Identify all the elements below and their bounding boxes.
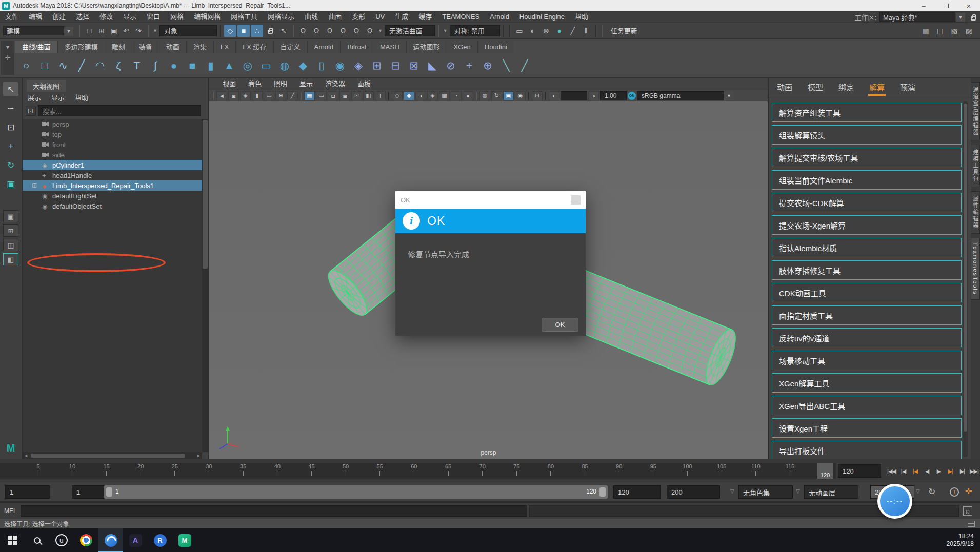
menu-item[interactable]: 曲面 <box>323 11 347 23</box>
scroll-right-icon[interactable]: ► <box>196 453 201 458</box>
tool-button[interactable]: CDK动画工具 <box>772 283 962 302</box>
ipr-render-icon[interactable]: ◐ <box>527 25 539 37</box>
chevron-down-icon[interactable]: ▼ <box>442 28 449 33</box>
safe-action-icon[interactable]: ◧ <box>363 91 374 100</box>
playback-end-field[interactable]: 120 <box>613 485 661 499</box>
tools-tab[interactable]: 动画 <box>776 78 793 95</box>
bookmark-icon[interactable]: ▮ <box>252 91 263 100</box>
smooth-shade-icon[interactable]: ◆ <box>404 91 414 100</box>
play-backwards-button[interactable]: ◀ <box>921 464 933 478</box>
tools-scrollbar[interactable] <box>963 101 968 457</box>
divider[interactable] <box>438 25 439 37</box>
gate-mask-icon[interactable]: ◙ <box>339 91 350 100</box>
toggle-modeling-toolkit-icon[interactable]: ▥ <box>919 25 932 37</box>
redo-icon[interactable]: ↷ <box>132 25 145 37</box>
shelf-tab[interactable]: 自定义 <box>274 41 308 53</box>
dialog-ok-button[interactable]: OK <box>542 318 578 332</box>
ambient-occlusion-icon[interactable]: ◍ <box>479 91 490 100</box>
divider[interactable] <box>595 25 596 37</box>
toggle-attribute-editor-icon[interactable]: ▤ <box>934 25 946 37</box>
divider[interactable] <box>79 25 80 37</box>
app-blue-button[interactable] <box>98 528 123 552</box>
offset-curve-icon[interactable]: ∫ <box>147 56 164 75</box>
highlight-selection-icon[interactable]: ↖ <box>277 25 290 37</box>
viewport-menu-item[interactable]: 视图 <box>216 78 242 90</box>
tool-button[interactable]: 反转uv的v通道 <box>772 328 962 347</box>
outliner-item[interactable]: top <box>23 129 202 139</box>
textured-icon[interactable]: ◈ <box>427 91 438 100</box>
tool-button[interactable]: 组装当前文件Alembic <box>772 170 962 190</box>
menu-item[interactable]: 显示 <box>118 11 142 23</box>
divider[interactable] <box>509 25 510 37</box>
render-settings-icon[interactable]: ⊛ <box>540 25 552 37</box>
shelf-tab[interactable]: XGen <box>447 41 478 53</box>
tools-tab[interactable]: 解算 <box>868 78 886 95</box>
gamma-on-toggle[interactable]: ON <box>628 92 636 100</box>
menu-item[interactable]: 编辑 <box>24 11 47 23</box>
outliner-search-input[interactable]: 搜索... <box>38 105 201 116</box>
divider[interactable] <box>220 25 221 37</box>
extrude-icon[interactable]: ⊠ <box>405 56 423 75</box>
lights-icon[interactable]: ◔ <box>451 91 462 100</box>
nurbs-circle-icon[interactable]: ○ <box>17 56 35 75</box>
tool-button[interactable]: 解算资产组装工具 <box>772 103 962 122</box>
layout-four-pane[interactable]: ⊞ <box>3 224 18 237</box>
mel-input[interactable] <box>21 505 527 517</box>
menu-item[interactable]: 网格显示 <box>263 11 299 23</box>
bridge-icon[interactable]: ⊘ <box>442 56 459 75</box>
shelf-tab-menu-icon[interactable]: ▾ <box>6 43 10 51</box>
display-render-icon[interactable]: ● <box>553 25 566 37</box>
new-scene-icon[interactable]: □ <box>83 25 95 37</box>
menu-item[interactable]: Arnold <box>485 11 514 23</box>
viewport-menu-item[interactable]: 显示 <box>293 78 319 90</box>
time-slider-track[interactable]: 5 10 15 20 25 30 <box>0 463 836 479</box>
lasso-tool[interactable]: ∽ <box>3 101 18 115</box>
step-back-frame-button[interactable]: |◀ <box>897 464 909 478</box>
text-curve-icon[interactable]: T <box>128 56 146 75</box>
menu-item[interactable]: 窗口 <box>142 11 165 23</box>
expand-icon[interactable]: ⊞ <box>32 182 42 189</box>
toggle-tool-settings-icon[interactable]: ▧ <box>948 25 961 37</box>
shelf-tab[interactable]: FX 缓存 <box>236 41 273 53</box>
shelf-tab[interactable]: 动画 <box>159 41 187 53</box>
outliner-horizontal-scrollbar[interactable]: ◄ ► <box>23 452 202 459</box>
shelf-tab[interactable]: MASH <box>373 41 407 53</box>
range-end-handle[interactable] <box>599 487 606 497</box>
scroll-left-icon[interactable]: ◄ <box>24 453 28 458</box>
grease-pencil-icon[interactable]: ╱ <box>287 91 298 100</box>
outliner-item[interactable]: persp <box>23 119 202 129</box>
resolution-gate-icon[interactable]: ◘ <box>328 91 338 100</box>
selection-input[interactable]: 对象 <box>159 25 217 36</box>
lock-selection-icon[interactable] <box>264 25 276 37</box>
tools-tab[interactable]: 绑定 <box>837 78 855 95</box>
workspace-dropdown[interactable]: Maya 经典* ▼ <box>879 12 955 22</box>
playback-loop-icon[interactable]: ↻ <box>928 486 935 497</box>
sidebar-vertical-tab[interactable]: 建模工具包 <box>971 145 980 187</box>
active-surface-field[interactable]: 无激活曲面 <box>385 25 435 36</box>
divider[interactable] <box>293 25 294 37</box>
snap-view-plane-icon[interactable]: Ω <box>350 25 363 37</box>
snap-curve-icon[interactable]: Ω <box>310 25 323 37</box>
tool-button[interactable]: XGen导出ABC工具 <box>772 396 962 415</box>
mel-label[interactable]: MEL <box>0 507 21 515</box>
select-tool[interactable]: ↖ <box>3 82 18 96</box>
outliner-item[interactable]: defaultObjectSet <box>23 201 202 211</box>
combine-icon[interactable]: ⊞ <box>368 56 386 75</box>
select-hierarchy-icon[interactable]: ◇ <box>224 25 236 37</box>
outliner-menu-item[interactable]: 显示 <box>51 92 65 104</box>
tool-button[interactable]: 提交农场-CDK解算 <box>772 193 962 212</box>
maximize-button[interactable] <box>935 0 957 11</box>
chevron-down-icon[interactable]: ▼ <box>152 28 158 33</box>
rotate-tool[interactable]: ↻ <box>3 158 18 172</box>
tool-button[interactable]: 导出打板文件 <box>772 441 962 459</box>
menu-item[interactable]: 生成 <box>390 11 413 23</box>
poly-cone-icon[interactable]: ▲ <box>221 56 238 75</box>
outliner-vertical-scrollbar[interactable] <box>202 119 208 452</box>
close-button[interactable]: × <box>957 0 980 11</box>
app-a-button[interactable]: A <box>123 528 148 552</box>
menu-item[interactable]: 修改 <box>94 11 118 23</box>
multi-cut-icon[interactable]: + <box>461 56 478 75</box>
filter-icon[interactable]: ⊡ <box>26 106 36 116</box>
two-d-pan-zoom-icon[interactable]: ⊕ <box>275 91 286 100</box>
step-forward-key-button[interactable]: ▶| <box>945 464 956 478</box>
